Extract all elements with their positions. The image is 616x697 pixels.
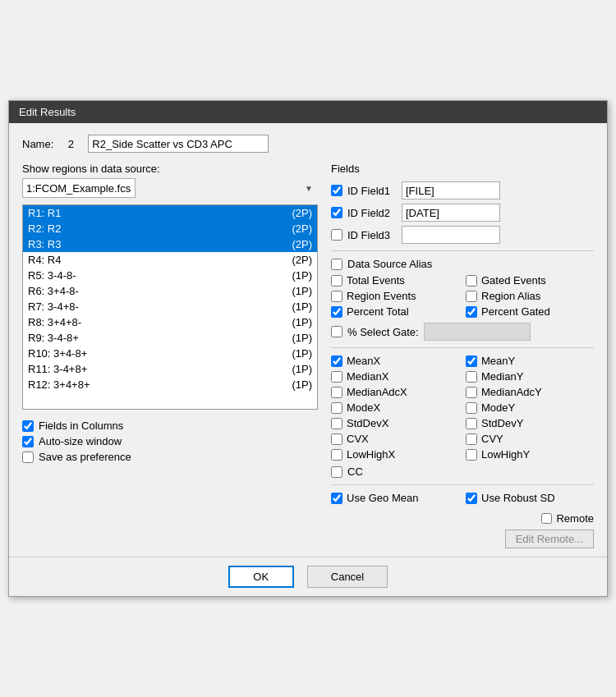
region-item[interactable]: R7: 3-4+8-(1P) — [23, 299, 317, 314]
remote-check-row: Remote — [541, 512, 594, 525]
percent-gated-label: Percent Gated — [481, 305, 550, 318]
cc-checkbox[interactable] — [331, 466, 342, 478]
datasource-dropdown[interactable]: 1:FCOM_Example.fcs — [22, 178, 136, 198]
select-gate-checkbox[interactable] — [331, 326, 342, 337]
meanX-item: MeanX — [331, 355, 459, 367]
stdDevY-checkbox[interactable] — [466, 418, 477, 429]
cvY-label: CVY — [481, 433, 503, 445]
medianX-checkbox[interactable] — [331, 371, 342, 383]
use-geo-mean-checkbox[interactable] — [331, 493, 342, 504]
datasource-dropdown-row: 1:FCOM_Example.fcs ▼ — [22, 178, 318, 198]
region-alias-label: Region Alias — [481, 290, 540, 302]
fields-title: Fields — [331, 163, 594, 175]
name-label: Name: — [22, 138, 53, 150]
region-item[interactable]: R5: 3-4-8-(1P) — [23, 268, 317, 283]
bottom-checkboxes: Fields in Columns Auto-size window Save … — [22, 420, 318, 463]
lowHighY-item: LowHighY — [466, 448, 594, 461]
id-field3-row: ID Field3 — [331, 226, 594, 244]
medianY-checkbox[interactable] — [466, 371, 477, 383]
region-item[interactable]: R2: R2(2P) — [23, 221, 317, 236]
lowHighX-checkbox[interactable] — [331, 449, 342, 461]
medianAdcX-checkbox[interactable] — [331, 387, 342, 398]
region-item[interactable]: R1: R1(2P) — [23, 205, 317, 221]
region-events-label: Region Events — [347, 290, 416, 302]
remote-checkbox[interactable] — [541, 513, 552, 524]
lowHighY-checkbox[interactable] — [466, 449, 477, 461]
medianAdcY-checkbox[interactable] — [466, 387, 477, 398]
name-input[interactable] — [88, 135, 269, 153]
region-item[interactable]: R12: 3+4+8+(1P) — [23, 377, 317, 392]
ok-button[interactable]: OK — [228, 566, 294, 588]
save-as-preference-label: Save as preference — [39, 451, 131, 463]
id-field3-checkbox[interactable] — [331, 229, 342, 241]
meanX-label: MeanX — [347, 355, 380, 367]
id-field1-checkbox[interactable] — [331, 185, 342, 196]
cvX-label: CVX — [347, 433, 369, 445]
region-item[interactable]: R4: R4(2P) — [23, 252, 317, 268]
medianAdcY-item: MedianAdcY — [466, 386, 594, 398]
cvX-checkbox[interactable] — [331, 433, 342, 445]
id-field3-input[interactable] — [402, 226, 500, 244]
select-gate-label: % Select Gate: — [347, 326, 419, 338]
cc-label: CC — [347, 465, 363, 478]
percent-gated-checkbox[interactable] — [466, 306, 477, 318]
region-item[interactable]: R10: 3+4-8+(1P) — [23, 346, 317, 361]
meanY-label: MeanY — [481, 355, 515, 367]
region-alias-checkbox[interactable] — [466, 291, 477, 302]
gated-events-checkbox[interactable] — [466, 275, 477, 287]
lowHighX-item: LowHighX — [331, 448, 459, 461]
cancel-button[interactable]: Cancel — [307, 566, 388, 588]
data-source-alias-checkbox[interactable] — [331, 259, 342, 270]
cc-row: CC — [331, 465, 594, 478]
select-gate-dropdown[interactable] — [424, 323, 531, 341]
id-field1-input[interactable] — [402, 181, 500, 199]
fields-in-columns-row: Fields in Columns — [22, 420, 318, 432]
id-field2-input[interactable] — [402, 204, 500, 222]
datasource-dropdown-wrapper: 1:FCOM_Example.fcs ▼ — [22, 178, 318, 198]
region-item[interactable]: R6: 3+4-8-(1P) — [23, 283, 317, 299]
meanY-item: MeanY — [466, 355, 594, 367]
select-gate-row: % Select Gate: — [331, 323, 594, 341]
save-as-preference-checkbox[interactable] — [22, 452, 34, 463]
gated-events-item: Gated Events — [466, 274, 594, 287]
stdDevX-label: StdDevX — [347, 417, 388, 429]
right-bottom: Remote Edit Remote... — [331, 512, 594, 548]
stdDevX-checkbox[interactable] — [331, 418, 342, 429]
region-item[interactable]: R8: 3+4+8-(1P) — [23, 314, 317, 330]
id-field2-row: ID Field2 — [331, 204, 594, 222]
medianAdcY-label: MedianAdcY — [481, 386, 542, 398]
stdDevY-item: StdDevY — [466, 417, 594, 429]
fields-in-columns-label: Fields in Columns — [39, 420, 123, 432]
divider2 — [331, 347, 594, 348]
total-events-checkbox[interactable] — [331, 275, 342, 287]
region-item[interactable]: R3: R3(2P) — [23, 236, 317, 252]
modeX-checkbox[interactable] — [331, 402, 342, 414]
cvY-checkbox[interactable] — [466, 433, 477, 445]
percent-total-checkbox[interactable] — [331, 306, 342, 318]
id-field2-checkbox[interactable] — [331, 207, 342, 218]
modeY-checkbox[interactable] — [466, 402, 477, 414]
region-item[interactable]: R11: 3-4+8+(1P) — [23, 361, 317, 377]
auto-size-row: Auto-size window — [22, 435, 318, 447]
region-events-checkbox[interactable] — [331, 291, 342, 302]
use-robust-sd-label: Use Robust SD — [481, 492, 555, 504]
use-geo-mean-item: Use Geo Mean — [331, 492, 459, 504]
select-gate-dropdown-wrapper — [424, 323, 531, 341]
auto-size-checkbox[interactable] — [22, 436, 34, 447]
meanX-checkbox[interactable] — [331, 355, 342, 367]
remote-row: Remote Edit Remote... — [505, 512, 594, 548]
edit-remote-button[interactable]: Edit Remote... — [505, 530, 594, 548]
medianX-item: MedianX — [331, 370, 459, 383]
use-robust-sd-checkbox[interactable] — [466, 493, 477, 504]
region-item[interactable]: R9: 3-4-8+(1P) — [23, 330, 317, 346]
fields-in-columns-checkbox[interactable] — [22, 420, 34, 432]
name-row: Name: 2 — [22, 135, 594, 153]
data-source-alias-row: Data Source Alias — [331, 258, 594, 270]
use-geo-mean-label: Use Geo Mean — [347, 492, 418, 504]
stats-grid: MeanX MeanY MedianX MedianY — [331, 355, 594, 461]
medianY-label: MedianY — [481, 370, 523, 383]
remote-label: Remote — [556, 512, 594, 525]
modeY-label: ModeY — [481, 401, 515, 414]
meanY-checkbox[interactable] — [466, 355, 477, 367]
region-list: R1: R1(2P)R2: R2(2P)R3: R3(2P)R4: R4(2P)… — [22, 204, 318, 410]
